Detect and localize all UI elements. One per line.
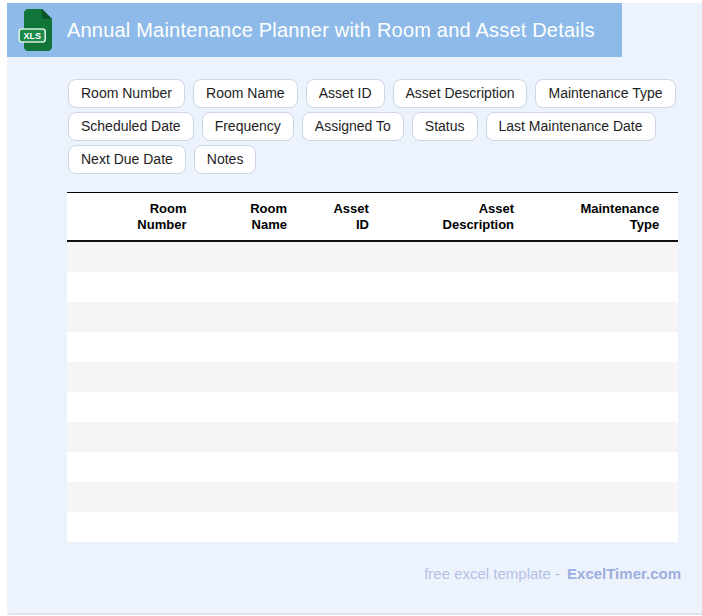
chip-status[interactable]: Status: [412, 112, 478, 141]
table-cell: [666, 422, 678, 452]
table-cell: [193, 392, 294, 422]
table-cell: [521, 241, 666, 272]
table-cell: [193, 241, 294, 272]
table-cell: [294, 362, 376, 392]
table-cell: [294, 482, 376, 512]
chip-notes[interactable]: Notes: [194, 145, 257, 174]
table-cell: [294, 332, 376, 362]
chip-assigned-to[interactable]: Assigned To: [302, 112, 404, 141]
table-cell: [67, 512, 193, 542]
table-cell: [666, 482, 678, 512]
table-cell: [521, 272, 666, 302]
table-cell: [67, 302, 193, 332]
chip-next-due-date[interactable]: Next Due Date: [68, 145, 186, 174]
table-row: [67, 272, 678, 302]
table-cell: [521, 482, 666, 512]
table-cell: [521, 332, 666, 362]
table-cell: [294, 512, 376, 542]
table-cell: [67, 332, 193, 362]
column-chip-list: Room NumberRoom NameAsset IDAsset Descri…: [68, 79, 702, 174]
planner-table-container: Room NumberRoom NameAsset IDAsset Descri…: [67, 192, 678, 544]
chip-asset-description[interactable]: Asset Description: [393, 79, 528, 108]
table-row: [67, 452, 678, 482]
table-cell: [294, 272, 376, 302]
table-cell: [193, 332, 294, 362]
table-cell: [376, 482, 521, 512]
chip-room-name[interactable]: Room Name: [193, 79, 298, 108]
table-cell: [666, 332, 678, 362]
table-cell: [294, 392, 376, 422]
table-cell: [666, 512, 678, 542]
table-cell: [294, 241, 376, 272]
table-cell: [67, 482, 193, 512]
footer-brand-link[interactable]: ExcelTimer.com: [567, 565, 681, 582]
table-cell: [521, 302, 666, 332]
table-cell: [67, 272, 193, 302]
table-cell: [521, 362, 666, 392]
table-cell: [521, 422, 666, 452]
table-cell: [376, 452, 521, 482]
chip-room-number[interactable]: Room Number: [68, 79, 185, 108]
title-banner: XLS Annual Maintenance Planner with Room…: [7, 3, 622, 57]
table-header-row: Room NumberRoom NameAsset IDAsset Descri…: [67, 193, 678, 242]
table-cell: [67, 452, 193, 482]
table-cell: [376, 241, 521, 272]
table-cell: [193, 362, 294, 392]
table-cell: [666, 272, 678, 302]
table-cell: [376, 512, 521, 542]
chip-scheduled-date[interactable]: Scheduled Date: [68, 112, 194, 141]
table-cell: [666, 362, 678, 392]
table-cell: [193, 512, 294, 542]
column-header: Room Name: [193, 193, 294, 242]
table-cell: [193, 422, 294, 452]
table-cell: [67, 362, 193, 392]
table-cell: [666, 452, 678, 482]
xls-file-icon: XLS: [18, 8, 56, 52]
table-cell: [67, 392, 193, 422]
page-title: Annual Maintenance Planner with Room and…: [67, 19, 595, 42]
column-header: Scheduled Date: [666, 193, 678, 242]
table-row: [67, 422, 678, 452]
table-row: [67, 332, 678, 362]
table-cell: [376, 302, 521, 332]
footer-credit: free excel template -ExcelTimer.com: [424, 565, 681, 582]
column-header: Asset Description: [376, 193, 521, 242]
table-cell: [666, 241, 678, 272]
table-cell: [193, 452, 294, 482]
table-row: [67, 392, 678, 422]
table-row: [67, 302, 678, 332]
table-cell: [376, 422, 521, 452]
footer-text: free excel template -: [424, 565, 560, 582]
table-row: [67, 362, 678, 392]
chip-last-maintenance-date[interactable]: Last Maintenance Date: [486, 112, 656, 141]
table-cell: [294, 422, 376, 452]
table-cell: [521, 452, 666, 482]
table-cell: [67, 241, 193, 272]
xls-badge-label: XLS: [23, 31, 41, 41]
chip-maintenance-type[interactable]: Maintenance Type: [535, 79, 675, 108]
table-cell: [521, 512, 666, 542]
table-cell: [376, 362, 521, 392]
table-cell: [294, 302, 376, 332]
table-cell: [376, 272, 521, 302]
table-cell: [193, 272, 294, 302]
page-background: XLS Annual Maintenance Planner with Room…: [7, 3, 702, 615]
chip-frequency[interactable]: Frequency: [202, 112, 294, 141]
chip-asset-id[interactable]: Asset ID: [306, 79, 385, 108]
table-row: [67, 512, 678, 542]
table-cell: [666, 392, 678, 422]
table-cell: [193, 302, 294, 332]
column-header: Room Number: [67, 193, 193, 242]
planner-table: Room NumberRoom NameAsset IDAsset Descri…: [67, 192, 678, 542]
table-cell: [376, 392, 521, 422]
table-cell: [376, 332, 521, 362]
table-cell: [193, 482, 294, 512]
table-cell: [294, 452, 376, 482]
table-row: [67, 241, 678, 272]
column-header: Asset ID: [294, 193, 376, 242]
table-body: [67, 241, 678, 542]
table-row: [67, 482, 678, 512]
table-cell: [521, 392, 666, 422]
table-cell: [666, 302, 678, 332]
column-header: Maintenance Type: [521, 193, 666, 242]
